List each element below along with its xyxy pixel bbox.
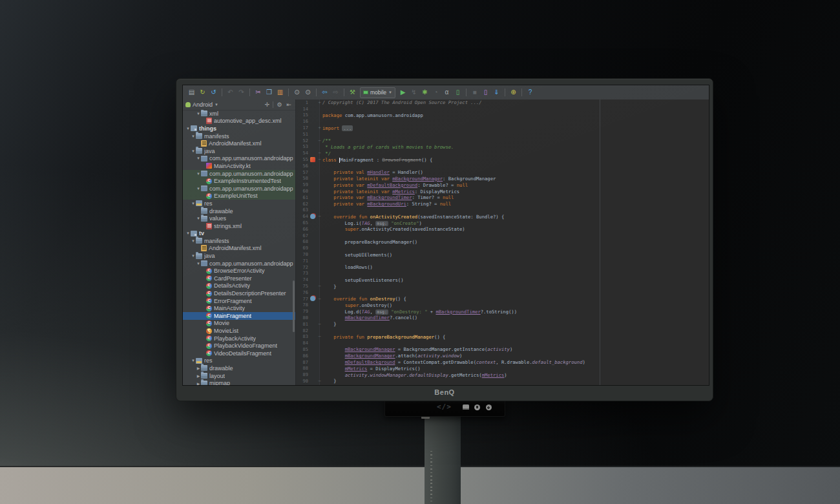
tree-down-arrow-icon[interactable]: ▼	[191, 254, 196, 258]
line-number: 65	[296, 220, 310, 226]
tree-down-arrow-icon[interactable]: ▼	[191, 149, 196, 153]
tree-item-playbackvideofragment[interactable]: PlaybackVideoFragment	[183, 342, 295, 350]
override-method-gutter-icon[interactable]	[310, 214, 315, 219]
sdk-manager-button[interactable]: ⇓	[492, 87, 501, 98]
fold-marker[interactable]: −	[317, 297, 322, 302]
fold-marker[interactable]: −	[317, 322, 322, 327]
cut-button[interactable]: ✂	[253, 87, 263, 98]
tree-item-detailsdescriptionpresenter[interactable]: DetailsDescriptionPresenter	[183, 289, 295, 297]
tree-item-movielist[interactable]: MovieList	[183, 327, 295, 335]
fold-marker[interactable]: −	[317, 284, 322, 289]
tree-item-drawable[interactable]: drawable	[183, 207, 295, 215]
tree-scrollbar[interactable]	[293, 280, 295, 332]
tree-item-com-app-umanusorn-androidapp[interactable]: ▼com.app.umanusorn.androidapp	[183, 185, 295, 193]
tree-down-arrow-icon[interactable]: ▼	[185, 231, 191, 235]
stop-button[interactable]: ■	[470, 87, 479, 98]
profile-button[interactable]: ◔	[431, 87, 441, 98]
build-button[interactable]: ⚒	[348, 87, 357, 98]
tree-right-arrow-icon[interactable]: ▶	[196, 373, 201, 378]
fold-marker[interactable]: −	[317, 138, 322, 143]
tree-down-arrow-icon[interactable]: ▼	[185, 127, 191, 131]
help-button[interactable]: ?	[525, 87, 535, 98]
tree-item-errorfragment[interactable]: ErrorFragment	[183, 297, 295, 305]
copy-button[interactable]: ❐	[264, 87, 274, 98]
hide-panel-button[interactable]: ⇤	[285, 101, 293, 108]
debug-button[interactable]: ✱	[420, 87, 430, 98]
tree-item-videodetailsfragment[interactable]: VideoDetailsFragment	[183, 350, 295, 357]
run-configuration-dropdown[interactable]: mobile▼	[360, 87, 395, 98]
tree-item-manifests[interactable]: ▼manifests	[183, 237, 295, 245]
refresh-button[interactable]: ↺	[209, 87, 218, 98]
chevron-down-icon[interactable]: ▼	[215, 103, 218, 107]
locate-file-button[interactable]: ✛	[264, 101, 271, 108]
override-method-gutter-icon[interactable]	[310, 296, 315, 301]
tree-down-arrow-icon[interactable]: ▼	[191, 239, 196, 243]
find-in-path-button[interactable]: ⊙	[303, 87, 313, 98]
apply-changes-button[interactable]: ↯	[409, 87, 419, 98]
tree-item-exampleinstrumentedtest[interactable]: ExampleInstrumentedTest	[183, 177, 295, 185]
tree-item-com-app-umanusorn-androidapp[interactable]: ▼com.app.umanusorn.androidapp	[183, 155, 295, 163]
tree-item-res[interactable]: ▼res	[183, 357, 295, 365]
tree-item-java[interactable]: ▼java	[183, 147, 295, 155]
fold-marker[interactable]: −	[317, 214, 322, 219]
code-editor[interactable]: 1+/ Copyright (C) 2017 The Android Open …	[296, 100, 709, 385]
fold-marker[interactable]: −	[317, 157, 322, 162]
tree-item-tv[interactable]: ▼tv	[183, 230, 295, 238]
tree-down-arrow-icon[interactable]: ▼	[191, 359, 196, 362]
tree-item-xml[interactable]: ▼xml	[183, 110, 295, 118]
paste-button[interactable]: ▥	[275, 87, 285, 98]
tree-item-movie[interactable]: Movie	[183, 320, 295, 328]
profiler-button[interactable]: α	[442, 87, 452, 98]
back-button[interactable]: ⇦	[320, 87, 330, 98]
fold-marker[interactable]: −	[317, 334, 322, 339]
forward-button[interactable]: ⇨	[331, 87, 341, 98]
tree-item-strings-xml[interactable]: strings.xml	[183, 222, 295, 230]
tree-item-playbackactivity[interactable]: PlaybackActivity	[183, 335, 295, 342]
kotlin-class-gutter-icon[interactable]	[310, 157, 315, 162]
run-on-device-button[interactable]: ▯	[453, 87, 463, 98]
tree-item-manifests[interactable]: ▼manifests	[183, 132, 295, 140]
tree-item-com-app-umanusorn-androidapp[interactable]: ▼com.app.umanusorn.androidapp	[183, 260, 295, 268]
fold-marker[interactable]: −	[317, 151, 322, 156]
tree-item-mainactivity-kt[interactable]: MainActivity.kt	[183, 162, 295, 170]
gutter-icon-slot	[310, 151, 317, 156]
tree-down-arrow-icon[interactable]: ▼	[196, 187, 201, 191]
tree-item-layout[interactable]: ▶layout	[183, 372, 295, 380]
tree-item-androidmanifest-xml[interactable]: AndroidManifest.xml	[183, 245, 295, 253]
project-view-selector[interactable]: Android	[193, 101, 213, 108]
fold-marker[interactable]: +	[317, 100, 322, 105]
tree-right-arrow-icon[interactable]: ▶	[196, 366, 201, 370]
save-button[interactable]: ▤	[187, 87, 196, 98]
undo-button[interactable]: ↶	[226, 87, 235, 98]
tree-down-arrow-icon[interactable]: ▼	[196, 216, 201, 220]
tree-item-res[interactable]: ▼res	[183, 200, 295, 207]
tree-item-detailsactivity[interactable]: DetailsActivity	[183, 282, 295, 290]
gear-icon[interactable]: ⚙	[275, 101, 283, 108]
fold-marker[interactable]: +	[317, 125, 322, 131]
tree-down-arrow-icon[interactable]: ▼	[196, 262, 201, 266]
fold-marker[interactable]: −	[317, 379, 322, 384]
tree-item-mainfragment[interactable]: MainFragment	[183, 312, 295, 320]
tree-item-cardpresenter[interactable]: CardPresenter	[183, 275, 295, 282]
tree-item-things[interactable]: ▼things	[183, 125, 295, 132]
tree-item-exampleunittest[interactable]: ExampleUnitTest	[183, 193, 295, 200]
run-button[interactable]: ▶	[398, 87, 408, 98]
tree-item-drawable[interactable]: ▶drawable	[183, 364, 295, 372]
tree-down-arrow-icon[interactable]: ▼	[191, 134, 196, 138]
tree-item-browseerroractivity[interactable]: BrowseErrorActivity	[183, 267, 295, 275]
tree-item-values[interactable]: ▼values	[183, 215, 295, 222]
tree-item-com-app-umanusorn-androidapp[interactable]: ▼com.app.umanusorn.androidapp	[183, 170, 295, 178]
attach-debugger-button[interactable]: ⊕	[509, 87, 518, 98]
tree-item-mainactivity[interactable]: MainActivity	[183, 304, 295, 312]
tree-item-java[interactable]: ▼java	[183, 252, 295, 260]
redo-button[interactable]: ↷	[236, 87, 246, 98]
tree-down-arrow-icon[interactable]: ▼	[196, 172, 201, 176]
tree-down-arrow-icon[interactable]: ▼	[196, 156, 201, 160]
tree-down-arrow-icon[interactable]: ▼	[191, 202, 196, 205]
tree-item-androidmanifest-xml[interactable]: AndroidManifest.xml	[183, 140, 295, 147]
gradle-sync-button[interactable]: ↻	[198, 87, 207, 98]
tree-down-arrow-icon[interactable]: ▼	[196, 112, 201, 116]
avd-manager-button[interactable]: ▯	[481, 87, 490, 98]
find-button[interactable]: ⊙	[292, 87, 302, 98]
tree-item-automotive-app-desc-xml[interactable]: automotive_app_desc.xml	[183, 118, 295, 125]
